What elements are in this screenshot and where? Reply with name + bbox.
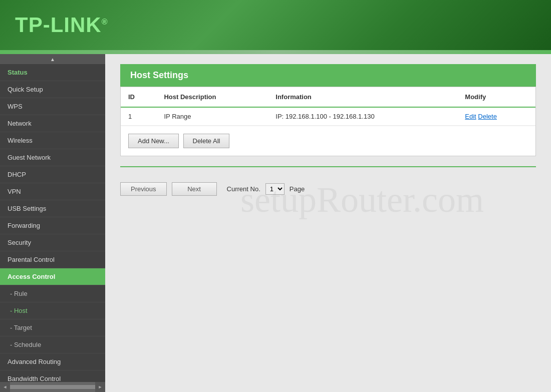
sidebar-item-dhcp[interactable]: DHCP [0, 166, 105, 183]
sidebar-item-host[interactable]: - Host [0, 302, 105, 319]
page-title: Host Settings [120, 64, 536, 87]
edit-link[interactable]: Edit [465, 113, 476, 120]
logo: TP-LINK® [15, 13, 108, 37]
host-table-container: ID Host Description Information Modify 1… [120, 87, 536, 156]
next-button[interactable]: Next [172, 182, 217, 196]
sidebar-item-wireless[interactable]: Wireless [0, 132, 105, 149]
logo-text: TP-LINK [15, 13, 102, 37]
sidebar-scroll-right[interactable]: ► [95, 382, 105, 392]
header: TP-LINK® [0, 0, 551, 50]
pagination: Previous Next Current No. 1 Page [120, 177, 536, 201]
content-inner: setupRouter.com Host Settings ID Host De… [120, 64, 536, 201]
sidebar-item-schedule[interactable]: - Schedule [0, 336, 105, 353]
table-row: 1 IP Range IP: 192.168.1.100 - 192.168.1… [121, 107, 535, 126]
col-information: Information [268, 87, 457, 107]
sidebar-item-target[interactable]: - Target [0, 319, 105, 336]
add-new-button[interactable]: Add New... [128, 134, 179, 148]
page-select[interactable]: 1 [265, 183, 285, 195]
sidebar-item-vpn[interactable]: VPN [0, 183, 105, 200]
content-area: setupRouter.com Host Settings ID Host De… [105, 54, 551, 392]
sidebar-scrollbar-thumb [10, 385, 95, 389]
row-id: 1 [121, 107, 156, 126]
sidebar-item-network[interactable]: Network [0, 115, 105, 132]
logo-registered: ® [102, 18, 108, 26]
row-modify: Edit Delete [457, 107, 535, 126]
sidebar-item-forwarding[interactable]: Forwarding [0, 217, 105, 234]
delete-all-button[interactable]: Delete All [183, 134, 230, 148]
sidebar-item-rule[interactable]: - Rule [0, 285, 105, 302]
col-host-description: Host Description [156, 87, 268, 107]
sidebar-item-wps[interactable]: WPS [0, 98, 105, 115]
sidebar: ▲ Status Quick Setup WPS Network Wireles… [0, 54, 105, 392]
sidebar-item-parental-control[interactable]: Parental Control [0, 251, 105, 268]
sidebar-scrollbar-track [10, 382, 95, 392]
sidebar-scroll-left[interactable]: ◄ [0, 382, 10, 392]
row-host-description: IP Range [156, 107, 268, 126]
sidebar-item-usb-settings[interactable]: USB Settings [0, 200, 105, 217]
sidebar-item-access-control[interactable]: Access Control [0, 268, 105, 285]
col-id: ID [121, 87, 156, 107]
sidebar-item-quick-setup[interactable]: Quick Setup [0, 81, 105, 98]
host-table: ID Host Description Information Modify 1… [121, 87, 535, 126]
separator [120, 166, 536, 167]
current-no-label: Current No. [227, 185, 260, 193]
row-information: IP: 192.168.1.100 - 192.168.1.130 [268, 107, 457, 126]
sidebar-item-status[interactable]: Status [0, 64, 105, 81]
sidebar-item-security[interactable]: Security [0, 234, 105, 251]
action-buttons: Add New... Delete All [121, 126, 535, 156]
sidebar-item-guest-network[interactable]: Guest Network [0, 149, 105, 166]
previous-button[interactable]: Previous [120, 182, 167, 196]
sidebar-scroll-up[interactable]: ▲ [0, 54, 105, 64]
header-stripe [0, 50, 551, 54]
col-modify: Modify [457, 87, 535, 107]
page-label: Page [290, 185, 305, 193]
delete-link[interactable]: Delete [478, 113, 497, 120]
main-container: ▲ Status Quick Setup WPS Network Wireles… [0, 54, 551, 392]
sidebar-scrollbar[interactable]: ◄ ► [0, 382, 105, 392]
sidebar-item-advanced-routing[interactable]: Advanced Routing [0, 353, 105, 370]
